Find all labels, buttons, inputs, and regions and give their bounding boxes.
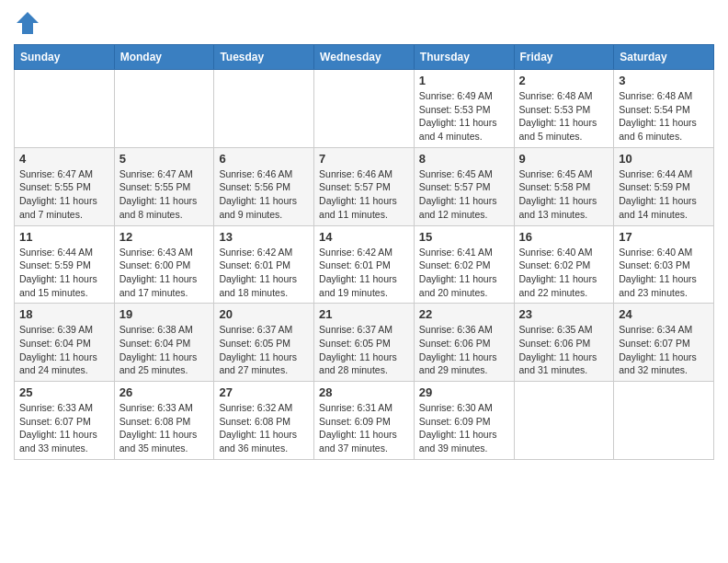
- calendar-cell: 11Sunrise: 6:44 AMSunset: 5:59 PMDayligh…: [15, 225, 115, 304]
- day-number: 29: [419, 385, 509, 399]
- calendar-cell: 29Sunrise: 6:30 AMSunset: 6:09 PMDayligh…: [414, 382, 514, 460]
- day-number: 16: [519, 230, 609, 244]
- header-saturday: Saturday: [614, 45, 714, 70]
- day-info: Sunrise: 6:41 AMSunset: 6:02 PMDaylight:…: [419, 246, 509, 300]
- calendar-cell: 26Sunrise: 6:33 AMSunset: 6:08 PMDayligh…: [114, 382, 214, 460]
- day-info: Sunrise: 6:40 AMSunset: 6:02 PMDaylight:…: [519, 246, 609, 300]
- calendar-cell: 18Sunrise: 6:39 AMSunset: 6:04 PMDayligh…: [15, 304, 115, 382]
- day-number: 9: [519, 152, 609, 166]
- calendar-cell: 20Sunrise: 6:37 AMSunset: 6:05 PMDayligh…: [214, 304, 314, 382]
- day-info: Sunrise: 6:46 AMSunset: 5:57 PMDaylight:…: [319, 167, 409, 222]
- day-info: Sunrise: 6:30 AMSunset: 6:09 PMDaylight:…: [419, 401, 509, 455]
- day-info: Sunrise: 6:33 AMSunset: 6:08 PMDaylight:…: [119, 401, 210, 455]
- day-info: Sunrise: 6:35 AMSunset: 6:06 PMDaylight:…: [519, 323, 609, 377]
- day-number: 23: [519, 307, 609, 321]
- calendar-cell: 23Sunrise: 6:35 AMSunset: 6:06 PMDayligh…: [514, 304, 614, 382]
- day-number: 4: [19, 152, 109, 166]
- day-info: Sunrise: 6:48 AMSunset: 5:53 PMDaylight:…: [519, 89, 609, 144]
- day-info: Sunrise: 6:48 AMSunset: 5:54 PMDaylight:…: [619, 89, 709, 144]
- day-info: Sunrise: 6:37 AMSunset: 6:05 PMDaylight:…: [219, 323, 309, 377]
- calendar-cell: 24Sunrise: 6:34 AMSunset: 6:07 PMDayligh…: [614, 304, 714, 382]
- calendar-cell: 15Sunrise: 6:41 AMSunset: 6:02 PMDayligh…: [414, 225, 514, 304]
- header-thursday: Thursday: [414, 45, 514, 70]
- calendar-cell: [214, 70, 314, 148]
- calendar-cell: 5Sunrise: 6:47 AMSunset: 5:55 PMDaylight…: [114, 147, 214, 225]
- calendar-cell: 7Sunrise: 6:46 AMSunset: 5:57 PMDaylight…: [314, 147, 415, 225]
- day-info: Sunrise: 6:34 AMSunset: 6:07 PMDaylight:…: [619, 323, 709, 377]
- day-info: Sunrise: 6:47 AMSunset: 5:55 PMDaylight:…: [119, 167, 210, 222]
- calendar-cell: 2Sunrise: 6:48 AMSunset: 5:53 PMDaylight…: [514, 70, 614, 148]
- day-info: Sunrise: 6:33 AMSunset: 6:07 PMDaylight:…: [19, 401, 109, 455]
- calendar-cell: 28Sunrise: 6:31 AMSunset: 6:09 PMDayligh…: [314, 382, 415, 460]
- calendar-cell: 19Sunrise: 6:38 AMSunset: 6:04 PMDayligh…: [114, 304, 214, 382]
- day-number: 3: [619, 74, 709, 87]
- day-number: 22: [419, 307, 509, 321]
- day-number: 17: [619, 230, 709, 244]
- day-number: 10: [619, 152, 709, 166]
- day-info: Sunrise: 6:39 AMSunset: 6:04 PMDaylight:…: [19, 323, 109, 377]
- day-info: Sunrise: 6:31 AMSunset: 6:09 PMDaylight:…: [319, 401, 409, 455]
- day-number: 26: [119, 385, 210, 399]
- calendar-cell: [15, 70, 115, 148]
- calendar-cell: 1Sunrise: 6:49 AMSunset: 5:53 PMDaylight…: [414, 70, 514, 148]
- header-monday: Monday: [114, 45, 214, 70]
- calendar-cell: 16Sunrise: 6:40 AMSunset: 6:02 PMDayligh…: [514, 225, 614, 304]
- calendar-cell: [614, 382, 714, 460]
- day-info: Sunrise: 6:40 AMSunset: 6:03 PMDaylight:…: [619, 246, 709, 300]
- logo-icon: [14, 9, 41, 37]
- day-number: 21: [319, 307, 409, 321]
- calendar-cell: 22Sunrise: 6:36 AMSunset: 6:06 PMDayligh…: [414, 304, 514, 382]
- day-info: Sunrise: 6:42 AMSunset: 6:01 PMDaylight:…: [219, 246, 309, 300]
- day-number: 13: [219, 230, 309, 244]
- calendar-cell: [514, 382, 614, 460]
- header-friday: Friday: [514, 45, 614, 70]
- day-info: Sunrise: 6:47 AMSunset: 5:55 PMDaylight:…: [19, 167, 109, 222]
- header-wednesday: Wednesday: [314, 45, 415, 70]
- day-info: Sunrise: 6:44 AMSunset: 5:59 PMDaylight:…: [19, 246, 109, 300]
- calendar-week-row: 11Sunrise: 6:44 AMSunset: 5:59 PMDayligh…: [15, 225, 714, 304]
- calendar-cell: 3Sunrise: 6:48 AMSunset: 5:54 PMDaylight…: [614, 70, 714, 148]
- day-number: 25: [19, 385, 109, 399]
- calendar-cell: [114, 70, 214, 148]
- day-info: Sunrise: 6:37 AMSunset: 6:05 PMDaylight:…: [319, 323, 409, 377]
- day-info: Sunrise: 6:45 AMSunset: 5:57 PMDaylight:…: [419, 167, 509, 222]
- calendar-week-row: 25Sunrise: 6:33 AMSunset: 6:07 PMDayligh…: [15, 382, 714, 460]
- calendar-cell: 25Sunrise: 6:33 AMSunset: 6:07 PMDayligh…: [15, 382, 115, 460]
- calendar-cell: 10Sunrise: 6:44 AMSunset: 5:59 PMDayligh…: [614, 147, 714, 225]
- svg-marker-0: [17, 12, 39, 34]
- day-number: 19: [119, 307, 210, 321]
- calendar-cell: 17Sunrise: 6:40 AMSunset: 6:03 PMDayligh…: [614, 225, 714, 304]
- calendar-cell: 4Sunrise: 6:47 AMSunset: 5:55 PMDaylight…: [15, 147, 115, 225]
- day-number: 8: [419, 152, 509, 166]
- day-number: 20: [219, 307, 309, 321]
- day-number: 18: [19, 307, 109, 321]
- day-number: 14: [319, 230, 409, 244]
- header-sunday: Sunday: [15, 45, 115, 70]
- day-info: Sunrise: 6:42 AMSunset: 6:01 PMDaylight:…: [319, 246, 409, 300]
- calendar-cell: 13Sunrise: 6:42 AMSunset: 6:01 PMDayligh…: [214, 225, 314, 304]
- day-info: Sunrise: 6:38 AMSunset: 6:04 PMDaylight:…: [119, 323, 210, 377]
- calendar-cell: 6Sunrise: 6:46 AMSunset: 5:56 PMDaylight…: [214, 147, 314, 225]
- day-info: Sunrise: 6:49 AMSunset: 5:53 PMDaylight:…: [419, 89, 509, 144]
- page-header: [14, 9, 714, 37]
- day-number: 11: [19, 230, 109, 244]
- day-info: Sunrise: 6:36 AMSunset: 6:06 PMDaylight:…: [419, 323, 509, 377]
- day-number: 1: [419, 74, 509, 87]
- calendar-cell: 8Sunrise: 6:45 AMSunset: 5:57 PMDaylight…: [414, 147, 514, 225]
- header-tuesday: Tuesday: [214, 45, 314, 70]
- day-info: Sunrise: 6:32 AMSunset: 6:08 PMDaylight:…: [219, 401, 309, 455]
- day-info: Sunrise: 6:44 AMSunset: 5:59 PMDaylight:…: [619, 167, 709, 222]
- logo: [14, 9, 45, 37]
- day-number: 6: [219, 152, 309, 166]
- day-number: 12: [119, 230, 210, 244]
- calendar-cell: [314, 70, 415, 148]
- calendar-table: SundayMondayTuesdayWednesdayThursdayFrid…: [14, 44, 714, 460]
- day-number: 2: [519, 74, 609, 87]
- calendar-cell: 9Sunrise: 6:45 AMSunset: 5:58 PMDaylight…: [514, 147, 614, 225]
- calendar-cell: 21Sunrise: 6:37 AMSunset: 6:05 PMDayligh…: [314, 304, 415, 382]
- calendar-week-row: 18Sunrise: 6:39 AMSunset: 6:04 PMDayligh…: [15, 304, 714, 382]
- calendar-cell: 14Sunrise: 6:42 AMSunset: 6:01 PMDayligh…: [314, 225, 415, 304]
- day-info: Sunrise: 6:43 AMSunset: 6:00 PMDaylight:…: [119, 246, 210, 300]
- day-number: 5: [119, 152, 210, 166]
- calendar-week-row: 4Sunrise: 6:47 AMSunset: 5:55 PMDaylight…: [15, 147, 714, 225]
